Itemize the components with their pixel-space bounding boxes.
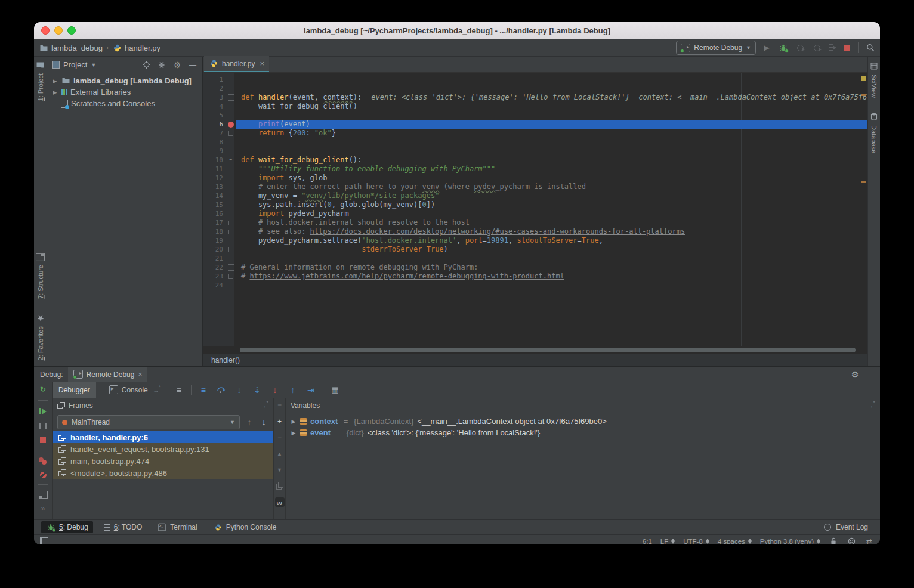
line-number[interactable]: 19 bbox=[203, 236, 226, 245]
line-number[interactable]: 13 bbox=[203, 182, 226, 191]
fold-end-icon[interactable] bbox=[229, 247, 233, 252]
sidebar-item----project[interactable]: 1: Project bbox=[36, 60, 45, 101]
breakpoint-icon[interactable] bbox=[228, 122, 234, 128]
tool-window-toggle-icon[interactable] bbox=[40, 537, 48, 544]
gutter-fold[interactable] bbox=[226, 84, 236, 93]
gutter-fold[interactable] bbox=[226, 281, 236, 290]
line-number[interactable]: 18 bbox=[203, 227, 226, 236]
step-over-button[interactable] bbox=[217, 385, 226, 395]
gutter-fold[interactable] bbox=[226, 272, 236, 281]
duplicate-watch-button[interactable] bbox=[275, 481, 285, 491]
resume-program-button[interactable] bbox=[38, 407, 48, 416]
fold-end-icon[interactable] bbox=[229, 274, 233, 279]
pause-program-button[interactable] bbox=[38, 422, 48, 431]
code-text[interactable]: pydevd_pycharm.settrace('host.docker.int… bbox=[236, 236, 867, 245]
gutter-fold[interactable] bbox=[226, 254, 236, 263]
gutter-fold[interactable] bbox=[226, 120, 236, 129]
toolwindow-tab-python-console[interactable]: Python Console bbox=[208, 521, 282, 533]
restore-layout-button[interactable] bbox=[39, 491, 48, 499]
run-to-cursor-button[interactable]: ⇥ bbox=[306, 385, 316, 395]
fold-end-icon[interactable] bbox=[229, 230, 233, 234]
gutter-fold[interactable] bbox=[226, 147, 236, 156]
tab-debugger[interactable]: Debugger bbox=[53, 382, 96, 398]
gutter-fold[interactable] bbox=[226, 236, 236, 245]
fold-marker-icon[interactable]: − bbox=[228, 94, 234, 101]
gutter-fold[interactable] bbox=[226, 138, 236, 147]
fold-marker-icon[interactable]: − bbox=[228, 264, 234, 271]
code-text[interactable]: # General information on remote debuggin… bbox=[236, 263, 867, 272]
run-button[interactable]: ▶ bbox=[762, 43, 771, 52]
code-text[interactable] bbox=[236, 138, 867, 147]
status-6-1[interactable]: 6:1 bbox=[643, 538, 652, 545]
debug-session-tab[interactable]: Remote Debug × bbox=[68, 367, 148, 382]
editor-body[interactable]: 123−def handler(event, context):event: <… bbox=[203, 73, 867, 346]
attach-to-process-button[interactable] bbox=[795, 43, 805, 52]
line-number[interactable]: 23 bbox=[203, 272, 226, 281]
profile-button[interactable] bbox=[812, 43, 822, 52]
status-4-spaces[interactable]: 4 spaces bbox=[718, 538, 752, 545]
sidebar-item-sciview[interactable]: SciView bbox=[869, 61, 879, 98]
toolwindow-tab-terminal[interactable]: Terminal bbox=[153, 521, 202, 533]
line-number[interactable]: 7 bbox=[203, 129, 226, 138]
event-log-button[interactable]: Event Log bbox=[818, 521, 873, 533]
locate-icon[interactable] bbox=[141, 60, 151, 70]
line-number[interactable]: 21 bbox=[203, 254, 226, 263]
line-number[interactable]: 1 bbox=[203, 75, 226, 84]
variable-row[interactable]: ▶context = {LambdaContext}<__main__.Lamb… bbox=[286, 416, 880, 427]
gutter-fold[interactable] bbox=[226, 174, 236, 182]
show-execution-point-button[interactable]: ≡ bbox=[199, 385, 208, 395]
line-number[interactable]: 10 bbox=[203, 156, 226, 165]
code-text[interactable]: # https://www.jetbrains.com/help/pycharm… bbox=[236, 272, 867, 281]
evaluate-expression-icon[interactable]: ▦ bbox=[331, 385, 340, 395]
line-number[interactable]: 11 bbox=[203, 165, 226, 174]
code-text[interactable] bbox=[236, 281, 867, 290]
frame-row[interactable]: <module>, bootstrap.py:486 bbox=[53, 467, 273, 479]
sidebar-item-database[interactable]: Database bbox=[869, 112, 879, 153]
code-text[interactable]: """Utility function to enable debugging … bbox=[236, 165, 867, 174]
toolwindow-tab----todo[interactable]: 6: TODO bbox=[99, 521, 147, 533]
code-text[interactable] bbox=[236, 84, 867, 93]
code-text[interactable] bbox=[236, 254, 867, 263]
gutter-fold[interactable] bbox=[226, 245, 236, 254]
force-step-into-button[interactable]: ⇣ bbox=[252, 385, 262, 395]
line-number[interactable]: 3 bbox=[203, 93, 226, 102]
search-everywhere-button[interactable] bbox=[866, 43, 875, 52]
variable-row[interactable]: ▶event = {dict}<class 'dict'>: {'message… bbox=[286, 427, 880, 438]
hide-panel-icon[interactable]: — bbox=[188, 60, 197, 70]
collapse-all-icon[interactable] bbox=[157, 60, 166, 70]
code-text[interactable] bbox=[236, 147, 867, 156]
status-lf[interactable]: LF bbox=[660, 538, 675, 545]
run-configuration-selector[interactable]: Remote Debug ▼ bbox=[676, 41, 756, 55]
editor-breadcrumb[interactable]: handler() bbox=[203, 354, 867, 366]
sidebar-item----structure[interactable]: 7: Structure bbox=[36, 253, 45, 299]
expand-arrow-icon[interactable]: ▶ bbox=[291, 419, 297, 425]
tree-item-lambda_debug[interactable]: ▶lambda_debug [Lambda Debug] bbox=[47, 75, 202, 86]
hide-debug-panel-icon[interactable]: — bbox=[864, 370, 874, 379]
tree-item-scratches[interactable]: Scratches and Consoles bbox=[47, 98, 202, 109]
rerun-debug-button[interactable]: ↻ bbox=[38, 385, 48, 394]
line-number[interactable]: 16 bbox=[203, 209, 226, 218]
gutter-fold[interactable] bbox=[226, 165, 236, 174]
move-up-button[interactable]: ▲ bbox=[275, 449, 285, 459]
tab-console[interactable]: Console → bbox=[103, 382, 167, 398]
expand-arrow-icon[interactable]: ▶ bbox=[52, 89, 58, 95]
breadcrumb-item[interactable]: handler.py bbox=[112, 43, 160, 52]
typing-assist-icon[interactable]: ⇄ bbox=[864, 537, 874, 545]
code-text[interactable]: def wait_for_debug_client(): bbox=[236, 156, 867, 165]
step-into-button[interactable]: ↓ bbox=[234, 385, 244, 395]
code-text[interactable]: # see also: https://docs.docker.com/desk… bbox=[236, 227, 867, 236]
breadcrumb-item[interactable]: lambda_debug bbox=[39, 43, 103, 52]
layout-options-icon[interactable]: ≡ bbox=[174, 385, 184, 395]
error-stripe[interactable] bbox=[859, 73, 867, 346]
line-number[interactable]: 20 bbox=[203, 245, 226, 254]
code-text[interactable]: # enter the correct path here to your ve… bbox=[236, 182, 867, 191]
gutter-fold[interactable] bbox=[226, 129, 236, 138]
line-number[interactable]: 17 bbox=[203, 218, 226, 227]
more-actions-button[interactable]: » bbox=[38, 504, 48, 513]
gutter-fold[interactable] bbox=[226, 111, 236, 120]
run-with-coverage-button[interactable] bbox=[829, 44, 836, 51]
fold-marker-icon[interactable]: − bbox=[228, 157, 234, 163]
code-text[interactable]: import sys, glob bbox=[236, 174, 867, 182]
line-number[interactable]: 6 bbox=[203, 120, 226, 129]
gutter-fold[interactable] bbox=[226, 75, 236, 84]
